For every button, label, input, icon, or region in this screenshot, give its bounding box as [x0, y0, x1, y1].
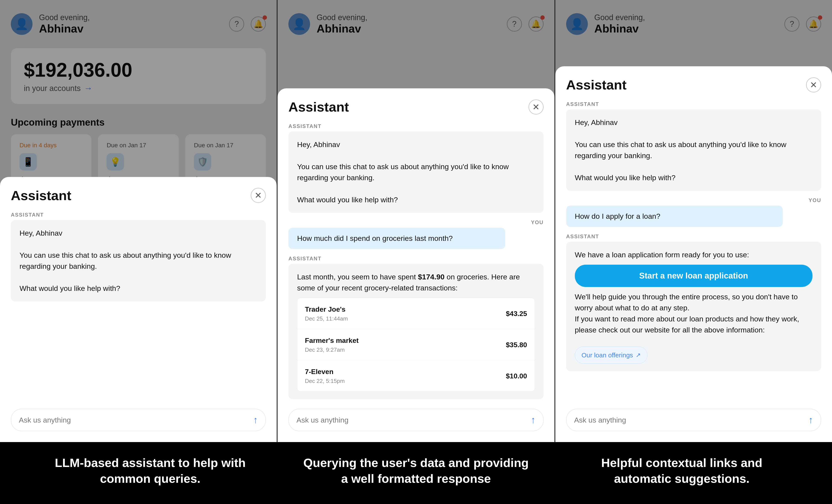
- caption-1: LLM-based assistant to help withcommon q…: [17, 455, 283, 487]
- assistant-bubble-3a: Hey, Abhinav You can use this chat to as…: [566, 109, 821, 191]
- chat-input-1[interactable]: [19, 416, 249, 424]
- tx-date-1: Dec 25, 11:44am: [305, 315, 348, 323]
- assistant-label-2b: ASSISTANT: [288, 256, 543, 262]
- chat-input-row-3: ↑: [566, 409, 821, 431]
- assistant-label-1: ASSISTANT: [11, 212, 266, 218]
- you-section-3: YOU How do I apply for a loan?: [566, 197, 821, 227]
- tx-amount-1: $43.25: [506, 309, 527, 319]
- modal-1: Assistant ✕ ASSISTANT Hey, Abhinav You c…: [0, 177, 277, 442]
- external-link-icon: ↗: [636, 351, 641, 360]
- assistant-bubble-3b: We have a loan application form ready fo…: [566, 242, 821, 371]
- panel-3: 👤 Good evening, Abhinav ? 🔔 Assistan: [554, 0, 832, 442]
- modal-title-3: Assistant: [566, 77, 627, 92]
- transaction-item-2: Farmer's market Dec 23, 9:27am $35.80: [297, 329, 535, 361]
- modal-3: Assistant ✕ ASSISTANT Hey, Abhinav You c…: [555, 66, 832, 442]
- assistant-label-3a: ASSISTANT: [566, 101, 821, 107]
- tx-merchant-1: Trader Joe's: [305, 304, 348, 315]
- modal-header-3: Assistant ✕: [566, 77, 821, 92]
- chat-input-3[interactable]: [574, 416, 804, 424]
- modal-title-2: Assistant: [288, 99, 349, 114]
- assistant-section-3a: ASSISTANT Hey, Abhinav You can use this …: [566, 101, 821, 191]
- tx-merchant-2: Farmer's market: [305, 335, 359, 346]
- you-bubble-2: How much did I spend on groceries last m…: [288, 228, 505, 249]
- send-icon-2[interactable]: ↑: [531, 415, 536, 425]
- captions-row: LLM-based assistant to help withcommon q…: [0, 442, 832, 504]
- tx-amount-2: $35.80: [506, 340, 527, 350]
- loan-application-button[interactable]: Start a new loan application: [575, 265, 812, 287]
- transaction-list: Trader Joe's Dec 25, 11:44am $43.25 Farm…: [297, 298, 535, 392]
- tx-date-2: Dec 23, 9:27am: [305, 346, 359, 354]
- chat-input-row-2: ↑: [288, 409, 543, 431]
- tx-info-3: 7-Eleven Dec 22, 5:15pm: [305, 367, 345, 385]
- assistant-section-2b: ASSISTANT Last month, you seem to have s…: [288, 256, 543, 399]
- assistant-section-2a: ASSISTANT Hey, Abhinav You can use this …: [288, 123, 543, 213]
- tx-date-3: Dec 22, 5:15pm: [305, 377, 345, 385]
- assistant-section-3b: ASSISTANT We have a loan application for…: [566, 234, 821, 371]
- modal-overlay-3: Assistant ✕ ASSISTANT Hey, Abhinav You c…: [555, 0, 832, 442]
- assistant-bubble-1: Hey, Abhinav You can use this chat to as…: [11, 220, 266, 301]
- modal-header-1: Assistant ✕: [11, 188, 266, 203]
- assistant-bubble-2b: Last month, you seem to have spent $174.…: [288, 264, 543, 399]
- tx-amount-3: $10.00: [506, 371, 527, 381]
- caption-2: Querying the user's data and providinga …: [283, 455, 549, 487]
- send-icon-1[interactable]: ↑: [253, 415, 258, 425]
- you-section-2: YOU How much did I spend on groceries la…: [288, 219, 543, 249]
- loan-offerings-link[interactable]: Our loan offerings ↗: [575, 347, 647, 364]
- chat-input-2[interactable]: [296, 416, 526, 424]
- panel-2: 👤 Good evening, Abhinav ? 🔔 Assistan: [277, 0, 554, 442]
- tx-merchant-3: 7-Eleven: [305, 367, 345, 377]
- tx-info-1: Trader Joe's Dec 25, 11:44am: [305, 304, 348, 323]
- modal-close-1[interactable]: ✕: [251, 188, 266, 203]
- modal-overlay-1: Assistant ✕ ASSISTANT Hey, Abhinav You c…: [0, 0, 277, 442]
- modal-close-2[interactable]: ✕: [528, 99, 544, 114]
- assistant-section-1: ASSISTANT Hey, Abhinav You can use this …: [11, 212, 266, 301]
- assistant-bubble-2a: Hey, Abhinav You can use this chat to as…: [288, 131, 543, 213]
- tx-info-2: Farmer's market Dec 23, 9:27am: [305, 335, 359, 354]
- transaction-item-1: Trader Joe's Dec 25, 11:44am $43.25: [297, 298, 535, 329]
- modal-2: Assistant ✕ ASSISTANT Hey, Abhinav You c…: [278, 88, 554, 442]
- modal-header-2: Assistant ✕: [288, 99, 543, 114]
- modal-title-1: Assistant: [11, 188, 71, 203]
- assistant-label-3b: ASSISTANT: [566, 234, 821, 240]
- assistant-label-2a: ASSISTANT: [288, 123, 543, 129]
- panel-1: 👤 Good evening, Abhinav ? 🔔 $192,036.00 …: [0, 0, 277, 442]
- modal-overlay-2: Assistant ✕ ASSISTANT Hey, Abhinav You c…: [278, 0, 554, 442]
- modal-close-3[interactable]: ✕: [806, 77, 821, 92]
- chat-area-2: ASSISTANT Hey, Abhinav You can use this …: [288, 123, 543, 402]
- chat-area-1: ASSISTANT Hey, Abhinav You can use this …: [11, 212, 266, 402]
- chat-input-row-1: ↑: [11, 409, 266, 431]
- transaction-item-3: 7-Eleven Dec 22, 5:15pm $10.00: [297, 361, 535, 391]
- you-label-2: YOU: [288, 219, 543, 226]
- send-icon-3[interactable]: ↑: [808, 415, 813, 425]
- caption-3: Helpful contextual links andautomatic su…: [549, 455, 815, 487]
- you-bubble-3: How do I apply for a loan?: [566, 206, 783, 227]
- you-label-3: YOU: [566, 197, 821, 203]
- chat-area-3: ASSISTANT Hey, Abhinav You can use this …: [566, 101, 821, 402]
